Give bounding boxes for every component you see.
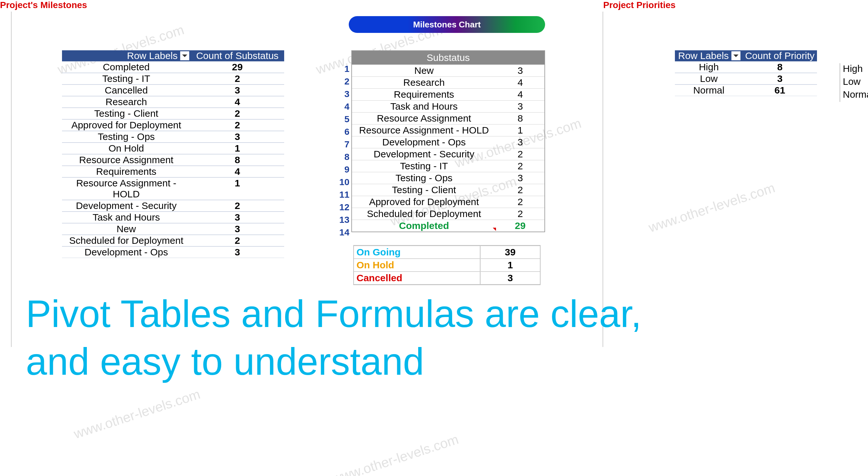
substatus-row[interactable]: Resource Assignment - HOLD1 [352,124,545,136]
substatus-label: Completed [352,220,496,232]
pivot-row[interactable]: Testing - Ops3 [62,131,284,142]
milestones-pivot-table: Row Labels Count of Substatus Completed2… [62,50,284,258]
status-summary-box: On Going39On Hold1Cancelled3 [353,245,540,285]
pivot-row-value: 8 [190,155,284,165]
row-index: 7 [331,139,349,152]
pivot-header: Row Labels Count of Substatus [62,50,284,61]
pivot-header-count: Count of Substatus [196,50,278,61]
priority-value: 3 [743,73,817,84]
pivot-row-value: 1 [190,178,284,200]
substatus-row[interactable]: Testing - IT2 [352,160,545,172]
substatus-value: 8 [496,112,545,124]
row-index: 12 [331,202,349,215]
pivot-row[interactable]: Task and Hours3 [62,211,284,223]
priority-row[interactable]: Low3 [675,73,817,84]
pivot-row[interactable]: Completed29 [62,61,284,73]
dropdown-icon[interactable] [732,51,740,60]
substatus-label: New [352,65,496,76]
substatus-row[interactable]: Development - Ops3 [352,136,545,148]
pivot-header: Row Labels Count of Priority [675,50,817,61]
pivot-row-label: Task and Hours [62,212,190,223]
substatus-row[interactable]: Resource Assignment8 [352,112,545,124]
substatus-row[interactable]: Research4 [352,76,545,88]
pivot-header-rowlabels: Row Labels [127,50,178,61]
pivot-row[interactable]: Resource Assignment8 [62,154,284,166]
pivot-row[interactable]: Approved for Deployment2 [62,119,284,131]
clipped-cell: High [840,63,868,76]
substatus-value: 2 [496,160,545,172]
summary-value: 1 [480,259,540,271]
pivot-row-value: 2 [190,108,284,119]
pivot-row[interactable]: Scheduled for Deployment2 [62,235,284,246]
substatus-label: Approved for Deployment [352,196,496,208]
pivot-row[interactable]: New3 [62,223,284,235]
row-index: 8 [331,152,349,165]
pivot-row[interactable]: Requirements4 [62,166,284,177]
priority-row[interactable]: High8 [675,61,817,73]
priority-label: Normal [675,85,743,96]
section-title-priorities: Project Priorities [603,0,676,10]
pivot-row[interactable]: Development - Security2 [62,200,284,211]
pivot-row-label: Cancelled [62,85,190,96]
pivot-row-label: Scheduled for Deployment [62,235,190,246]
substatus-label: Testing - Ops [352,172,496,184]
pivot-row[interactable]: Testing - Client2 [62,108,284,119]
overlay-annotation-text: Pivot Tables and Formulas are clear, and… [26,290,641,385]
watermark: www.other-levels.com [647,180,777,235]
summary-value: 39 [480,246,540,258]
summary-row: Cancelled3 [354,272,540,284]
pivot-row[interactable]: Development - Ops3 [62,246,284,258]
pivot-row-value: 2 [190,73,284,84]
substatus-row[interactable]: Development - Security2 [352,148,545,160]
watermark: www.other-levels.com [330,432,461,476]
pivot-row[interactable]: Testing - IT2 [62,73,284,84]
substatus-header: Substatus [352,51,545,65]
pivot-row-value: 3 [190,224,284,234]
pivot-row[interactable]: On Hold1 [62,142,284,154]
pivot-row-value: 2 [190,200,284,211]
row-index: 14 [331,227,349,240]
substatus-label: Development - Ops [352,136,496,148]
substatus-row[interactable]: Task and Hours3 [352,100,545,112]
substatus-label: Resource Assignment - HOLD [352,125,496,136]
substatus-value: 2 [496,148,545,160]
substatus-value: 3 [496,136,545,148]
overlay-line1: Pivot Tables and Formulas are clear, [26,290,641,338]
cell-comment-indicator-icon [493,228,496,231]
pivot-row-label: On Hold [62,143,190,154]
substatus-row[interactable]: Requirements4 [352,88,545,100]
pivot-header-rowlabels: Row Labels [678,50,729,61]
pivot-row[interactable]: Research4 [62,96,284,108]
pivot-row-label: Resource Assignment [62,155,190,165]
substatus-row[interactable]: Scheduled for Deployment2 [352,208,545,219]
row-index: 11 [331,190,349,202]
pivot-row-value: 3 [190,85,284,96]
pivot-row-label: Resource Assignment - HOLD [62,178,190,200]
priorities-pivot-table: Row Labels Count of Priority High8Low3No… [675,50,817,96]
substatus-row[interactable]: Completed29 [352,219,545,232]
row-index: 10 [331,177,349,190]
pivot-row[interactable]: Cancelled3 [62,84,284,96]
milestones-chart-pill: Milestones Chart [349,16,545,33]
row-index: 4 [331,102,349,114]
substatus-label: Testing - Client [352,184,496,196]
substatus-row[interactable]: Approved for Deployment2 [352,196,545,208]
pivot-row-label: Approved for Deployment [62,120,190,131]
substatus-label: Testing - IT [352,160,496,172]
row-index: 6 [331,127,349,139]
dropdown-icon[interactable] [180,51,189,60]
substatus-row[interactable]: New3 [352,65,545,76]
priority-label: High [675,62,743,73]
priority-label: Low [675,73,743,84]
pivot-row-label: Testing - IT [62,73,190,84]
priority-value: 61 [743,85,817,96]
pivot-row[interactable]: Resource Assignment - HOLD1 [62,177,284,200]
pivot-row-value: 4 [190,166,284,177]
chart-pill-label: Milestones Chart [413,20,481,30]
watermark: www.other-levels.com [72,386,202,442]
priority-row[interactable]: Normal61 [675,84,817,96]
substatus-row[interactable]: Testing - Ops3 [352,172,545,184]
pivot-row-label: Requirements [62,166,190,177]
substatus-row[interactable]: Testing - Client2 [352,184,545,196]
substatus-value: 29 [496,220,545,232]
